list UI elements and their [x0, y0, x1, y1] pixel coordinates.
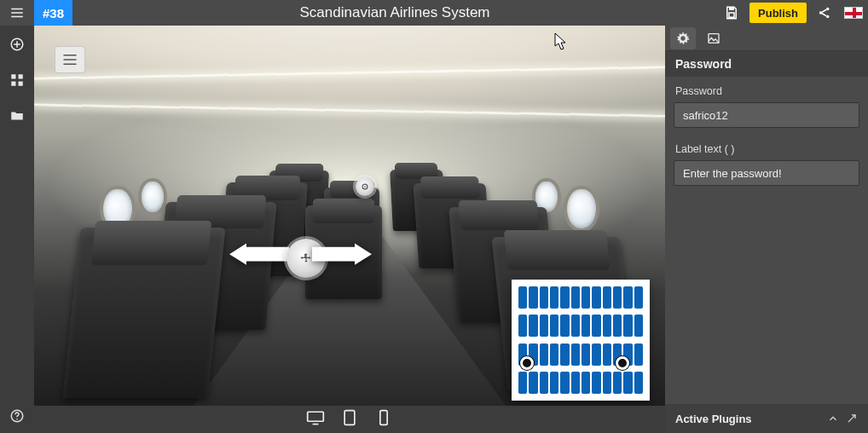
left-rail	[0, 26, 34, 433]
minimap-grid	[518, 286, 643, 394]
top-actions: Publish	[717, 0, 868, 26]
password-input-value: safrico12	[683, 109, 728, 122]
arrow-right-icon	[312, 239, 372, 269]
save-icon	[724, 5, 739, 20]
svg-rect-6	[11, 74, 15, 78]
preview-desktop-button[interactable]	[306, 409, 325, 430]
panorama-viewport[interactable]	[34, 26, 665, 406]
svg-rect-0	[729, 7, 734, 10]
image-icon	[707, 32, 720, 45]
viewport-column	[34, 26, 665, 433]
panel-tabs	[665, 26, 868, 51]
svg-rect-9	[19, 82, 23, 86]
minimap[interactable]	[512, 280, 650, 401]
help-button[interactable]	[5, 404, 29, 428]
active-plugins-label: Active Plugins	[675, 413, 752, 425]
svg-rect-14	[308, 412, 324, 421]
minimap-marker[interactable]	[616, 356, 629, 370]
widgets-icon	[9, 72, 25, 88]
labeltext-input-value: Enter the password!	[683, 167, 782, 180]
publish-button[interactable]: Publish	[749, 3, 807, 23]
labeltext-field-label-text: Label text ( )	[675, 143, 734, 155]
svg-rect-16	[380, 411, 387, 425]
flag-icon	[844, 7, 863, 19]
device-preview-bar	[34, 406, 665, 433]
widgets-button[interactable]	[5, 68, 29, 92]
password-input[interactable]: safrico12	[674, 102, 859, 128]
gear-icon	[676, 32, 690, 45]
folder-icon	[9, 108, 25, 124]
tablet-icon	[340, 409, 359, 426]
language-button[interactable]	[839, 0, 868, 26]
share-button[interactable]	[810, 0, 839, 26]
svg-rect-7	[19, 74, 23, 78]
cabin-seat	[63, 228, 226, 398]
svg-rect-1	[729, 13, 734, 17]
move-icon	[300, 252, 312, 264]
help-icon	[9, 408, 25, 424]
nav-arrow-left[interactable]	[229, 239, 289, 269]
window-porthole	[142, 182, 164, 212]
add-button[interactable]	[5, 32, 29, 56]
arrow-left-icon	[229, 239, 289, 269]
desktop-icon	[306, 409, 325, 426]
minimap-marker[interactable]	[520, 356, 534, 370]
expand-icon[interactable]	[846, 413, 858, 424]
preview-tablet-button[interactable]	[340, 409, 359, 430]
nav-arrow-right[interactable]	[312, 239, 372, 269]
hamburger-icon	[9, 5, 25, 20]
plus-circle-icon	[9, 37, 25, 52]
password-field-label: Password	[665, 77, 868, 102]
svg-point-2	[819, 11, 822, 14]
top-bar: #38 Scandinavian Airlines System Publish	[0, 0, 868, 26]
window-porthole	[567, 189, 596, 228]
labeltext-field-label: Label text ( )	[665, 135, 868, 160]
scene-menu-button[interactable]	[55, 46, 85, 73]
project-id-badge[interactable]: #38	[34, 0, 72, 26]
svg-point-4	[826, 15, 829, 18]
svg-point-13	[365, 187, 367, 188]
tab-image[interactable]	[701, 27, 726, 49]
files-button[interactable]	[5, 104, 29, 128]
main-area: Password Password safrico12 Label text (…	[0, 26, 868, 433]
svg-rect-8	[11, 82, 15, 86]
target-icon	[359, 181, 371, 193]
mobile-icon	[374, 409, 393, 426]
svg-point-11	[16, 419, 18, 420]
project-title[interactable]: Scandinavian Airlines System	[72, 0, 717, 26]
svg-rect-15	[344, 411, 355, 425]
section-title-password: Password	[665, 51, 868, 77]
main-menu-button[interactable]	[0, 0, 34, 26]
chevron-up-icon[interactable]	[827, 413, 839, 424]
preview-mobile-button[interactable]	[374, 409, 393, 430]
hamburger-icon	[62, 54, 78, 66]
share-icon	[817, 5, 832, 20]
right-panel: Password Password safrico12 Label text (…	[665, 26, 868, 433]
save-button[interactable]	[717, 0, 746, 26]
svg-point-3	[826, 8, 829, 10]
tab-settings[interactable]	[670, 27, 696, 49]
labeltext-input[interactable]: Enter the password!	[674, 160, 859, 186]
active-plugins-bar[interactable]: Active Plugins	[665, 404, 868, 433]
